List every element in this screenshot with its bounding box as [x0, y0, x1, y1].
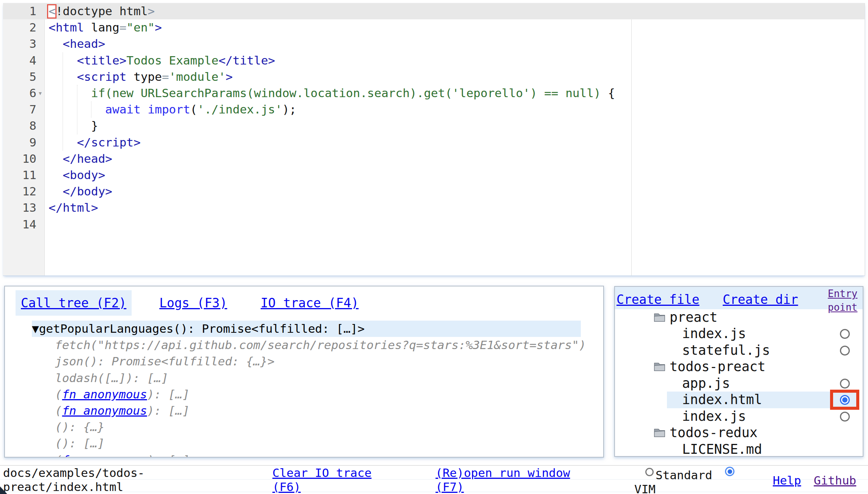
file-row-stateful.js[interactable]: stateful.js — [615, 342, 863, 359]
code-token: "en" — [126, 20, 155, 34]
code-line[interactable]: </html> — [49, 200, 98, 216]
function-link[interactable]: fn anonymous — [62, 404, 147, 417]
folder-row-preact[interactable]: preact — [615, 309, 863, 326]
call-tree-row[interactable]: (): {…} — [55, 419, 105, 435]
code-line[interactable]: </body> — [49, 183, 112, 200]
entry-point-radio-stateful.js[interactable] — [840, 346, 850, 356]
file-name: index.html — [682, 392, 762, 408]
code-line[interactable]: } — [49, 118, 98, 134]
code-token: = — [162, 70, 169, 83]
code-token: await — [105, 102, 140, 116]
code-token: <title> — [77, 53, 127, 67]
line-number: 9 — [3, 134, 45, 151]
code-line[interactable]: <html lang="en"> — [49, 19, 162, 36]
call-tree-row[interactable]: (fn anonymous): […] — [55, 452, 190, 458]
code-token: < — [49, 4, 56, 18]
code-token — [49, 70, 77, 83]
call-tree-panel: Call tree (F2)Logs (F3)IO trace (F4) ▼ge… — [4, 286, 604, 458]
entry-point-radio-index.js[interactable] — [840, 412, 850, 422]
folder-row-todos-preact[interactable]: todos-preact — [615, 359, 863, 375]
folder-row-todos-redux[interactable]: todos-redux — [615, 425, 863, 441]
tab-call-tree-f2[interactable]: Call tree (F2) — [16, 290, 132, 316]
call-text: (): {…} — [55, 420, 105, 434]
line-number: 12 — [3, 183, 45, 200]
call-tree-row[interactable]: fetch("https://api.github.com/search/rep… — [55, 337, 586, 353]
function-link[interactable]: fn anonymous — [62, 453, 147, 458]
code-token: !doctype html — [56, 4, 148, 18]
line-number: 11 — [3, 167, 45, 183]
code-token — [49, 53, 77, 67]
line-number: 1 — [3, 3, 45, 19]
call-tree-row[interactable]: ▼getPopularLanguages(): Promise<fulfille… — [32, 321, 581, 337]
cursor-artifact — [0, 486, 9, 494]
keyboard-mode-standard-label[interactable]: Standard — [656, 468, 712, 482]
call-text: ): […] — [147, 404, 190, 417]
code-line[interactable]: <!doctype html> — [49, 3, 155, 19]
function-link[interactable]: fn anonymous — [62, 387, 147, 401]
call-tree-row[interactable]: json(): Promise<fulfilled: {…}> — [55, 353, 275, 370]
keyboard-mode-standard-radio[interactable] — [645, 468, 654, 476]
code-token: = — [120, 20, 127, 34]
code-line[interactable]: if(new URLSearchParams(window.location.s… — [49, 85, 615, 101]
code-token — [49, 152, 63, 165]
code-token — [49, 86, 91, 100]
code-token: <script — [77, 70, 127, 83]
entry-point-radio-index.js[interactable] — [840, 329, 850, 339]
code-token: > — [226, 70, 233, 83]
call-text: ): […] — [147, 453, 190, 458]
file-name: index.js — [682, 408, 746, 425]
keyboard-mode-vim-label[interactable]: VIM — [634, 482, 656, 494]
call-text: ): […] — [147, 387, 190, 401]
code-token — [49, 37, 63, 50]
file-row-LICENSE.md[interactable]: LICENSE.md — [615, 441, 863, 457]
code-token: './index.js' — [197, 102, 282, 116]
tab-logs-f3[interactable]: Logs (F3) — [159, 296, 227, 310]
call-text: lodash([…]): […] — [55, 371, 168, 385]
code-token: > — [148, 4, 155, 18]
code-token — [49, 119, 91, 132]
line-number: 6▾ — [3, 85, 45, 101]
file-row-app.js[interactable]: app.js — [615, 375, 863, 392]
entry-point-radio-app.js[interactable] — [840, 379, 850, 389]
code-token: <html — [49, 20, 84, 34]
reopen-run-window-link[interactable]: (Re)open run window (F7) — [436, 466, 580, 494]
code-token: <head> — [63, 37, 105, 50]
keyboard-mode-vim-radio[interactable] — [725, 467, 734, 476]
code-line[interactable]: <body> — [49, 167, 105, 183]
clear-io-trace-link[interactable]: Clear IO trace (F6) — [272, 466, 386, 494]
line-number: 8 — [3, 118, 45, 134]
tab-io-trace-f4[interactable]: IO trace (F4) — [261, 296, 359, 310]
call-tree-row[interactable]: (fn anonymous): […] — [55, 386, 190, 403]
code-token: import — [148, 102, 190, 116]
code-token: if(new URLSearchParams(window.location.s… — [91, 86, 608, 100]
code-token: </html> — [49, 201, 98, 214]
code-line[interactable]: </script> — [49, 134, 141, 151]
file-row-index.js[interactable]: index.js — [615, 408, 863, 425]
code-line[interactable]: <title>Todos Example</title> — [49, 52, 275, 69]
call-text: ( — [55, 453, 62, 458]
create-file-link[interactable]: Create file — [616, 292, 700, 307]
file-row-index.js[interactable]: index.js — [615, 326, 863, 342]
call-tree-row[interactable]: (fn anonymous): […] — [55, 403, 190, 419]
code-line[interactable]: <head> — [49, 36, 105, 52]
create-dir-link[interactable]: Create dir — [723, 292, 798, 307]
current-file-path: docs/examples/todos-preact/index.html — [3, 466, 146, 494]
code-token — [49, 102, 105, 116]
call-tree-row[interactable]: (): […] — [55, 435, 105, 452]
folder-icon — [653, 360, 666, 372]
code-token: lang — [84, 20, 119, 34]
file-row-index.html[interactable]: index.html — [615, 392, 863, 408]
folder-icon — [653, 426, 666, 438]
help-link[interactable]: Help — [773, 474, 801, 488]
call-tree-row[interactable]: lodash([…]): […] — [55, 370, 168, 386]
code-editor[interactable]: 123456▾7891011121314 <!doctype html><htm… — [3, 3, 865, 276]
github-link[interactable]: Github — [814, 474, 856, 488]
code-line[interactable]: <script type='module'> — [49, 69, 233, 85]
code-token: ( — [190, 102, 197, 116]
code-token: Todos Example — [126, 53, 219, 67]
code-token: } — [91, 119, 98, 132]
fold-arrow-icon[interactable]: ▾ — [38, 85, 42, 101]
code-line[interactable]: </head> — [49, 151, 112, 167]
call-text: (): […] — [55, 436, 105, 450]
code-line[interactable]: await import('./index.js'); — [49, 101, 296, 118]
